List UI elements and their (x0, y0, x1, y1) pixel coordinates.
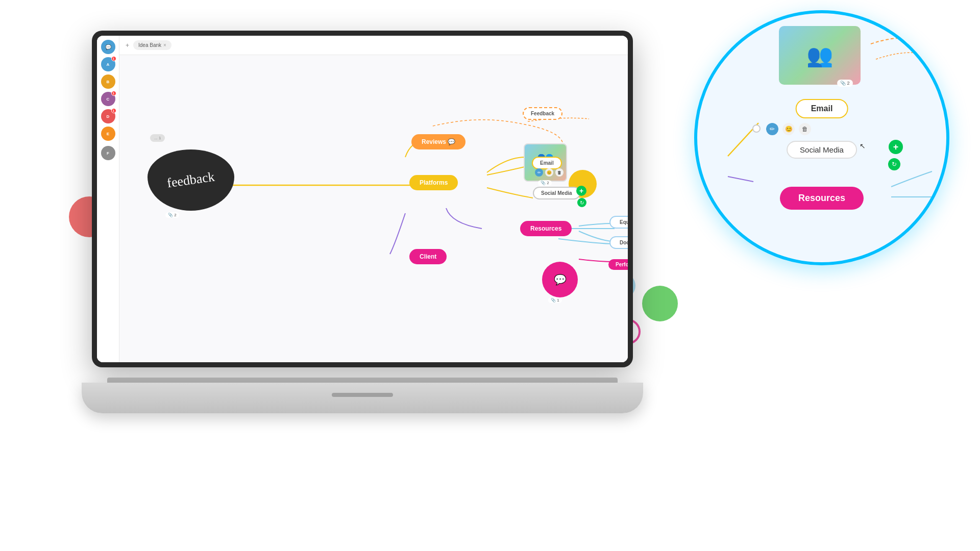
zoom-delete-icon[interactable]: 🗑 (799, 123, 811, 135)
avatar-6[interactable]: F (101, 146, 115, 160)
resources-node[interactable]: Resources (520, 221, 572, 236)
top-bar: + Idea Bank × (119, 36, 628, 55)
zoom-content: 👥 📎 2 Email ✏ 😊 🗑 Social Media + ↻ ↖ (697, 13, 946, 262)
avatar-badge-1: 1 (111, 56, 116, 61)
screen-content: 💬 A 1 B C 1 D 1 (97, 36, 628, 362)
documentation-node[interactable]: Documentation (609, 236, 628, 249)
idea-bank-tab[interactable]: Idea Bank × (133, 40, 172, 50)
reviews-node[interactable]: Reviews 💬 (411, 134, 465, 149)
thought-bubble: ... 1 (150, 134, 165, 142)
laptop: 💬 A 1 B C 1 D 1 (82, 31, 643, 429)
avatar-1[interactable]: A 1 (101, 57, 115, 71)
email-emoji-icon[interactable]: 😊 (545, 168, 553, 177)
avatar-badge-4: 1 (111, 108, 116, 113)
laptop-base (82, 383, 643, 413)
email-delete-icon[interactable]: 🗑 (555, 168, 564, 177)
deco-green-circle (642, 286, 678, 321)
sidebar: 💬 A 1 B C 1 D 1 (97, 36, 119, 362)
zoom-people-emoji: 👥 (806, 43, 833, 68)
speech-bubble-node[interactable]: 💬 (542, 262, 578, 297)
performance-meeting-node[interactable]: Performance Meeting (608, 259, 628, 270)
feedback-node[interactable]: feedback (148, 149, 234, 211)
zoom-emoji-icon[interactable]: 😊 (782, 123, 795, 135)
zoom-cursor: ↖ (860, 142, 890, 150)
zoom-resources-node[interactable]: Resources (780, 187, 864, 210)
email-small-node[interactable]: Email (532, 157, 562, 169)
tab-close-icon[interactable]: × (163, 42, 166, 48)
image-attachment: 📎 2 (538, 180, 552, 186)
add-tab-icon[interactable]: + (126, 42, 129, 49)
zoom-attachment-badge: 📎 2 (837, 80, 853, 87)
zoom-edit-icon[interactable]: ✏ (766, 123, 778, 135)
laptop-notch (332, 393, 393, 397)
laptop-screen-outer: 💬 A 1 B C 1 D 1 (92, 31, 633, 367)
feedback-branch-node[interactable]: Feedback (523, 107, 562, 120)
zoom-panel: 👥 📎 2 Email ✏ 😊 🗑 Social Media + ↻ ↖ (694, 10, 949, 265)
platforms-node[interactable]: Platforms (409, 175, 458, 190)
zoom-social-node[interactable]: Social Media (787, 141, 857, 159)
avatar-badge-3: 1 (111, 91, 116, 96)
avatar-2[interactable]: B (101, 74, 115, 89)
avatar-5[interactable]: E (101, 127, 115, 141)
feedback-attachment: 📎 2 (165, 212, 179, 218)
avatar-4[interactable]: D 1 (101, 109, 115, 123)
zoom-refresh-button[interactable]: ↻ (888, 158, 900, 170)
avatar-3[interactable]: C 1 (101, 92, 115, 106)
feedback-text: feedback (166, 169, 215, 191)
social-media-refresh-icon[interactable]: ↻ (577, 198, 586, 207)
svg-line-3 (728, 177, 753, 182)
zoom-photo: 👥 (779, 26, 861, 85)
zoom-add-button[interactable]: + (889, 140, 903, 154)
zoom-radio-btn[interactable] (752, 124, 761, 133)
zoom-email-actions: ✏ 😊 🗑 (766, 123, 811, 135)
speech-attachment: 📎 1 (548, 297, 562, 303)
email-node-actions: ✏ 😊 🗑 (535, 168, 564, 177)
chat-icon-button[interactable]: 💬 (101, 40, 115, 54)
email-edit-icon[interactable]: ✏ (535, 168, 543, 177)
laptop-screen-inner: 💬 A 1 B C 1 D 1 (97, 36, 628, 362)
zoom-email-node[interactable]: Email (796, 99, 848, 118)
mindmap-canvas: ... 1 feedback 📎 2 Reviews 💬 (119, 55, 628, 362)
equipment-node[interactable]: Equipment (609, 216, 628, 229)
tab-label: Idea Bank (138, 42, 161, 48)
social-media-small-node[interactable]: Social Media (533, 187, 580, 199)
client-node[interactable]: Client (409, 249, 447, 264)
social-media-add-button[interactable]: + (576, 186, 586, 196)
